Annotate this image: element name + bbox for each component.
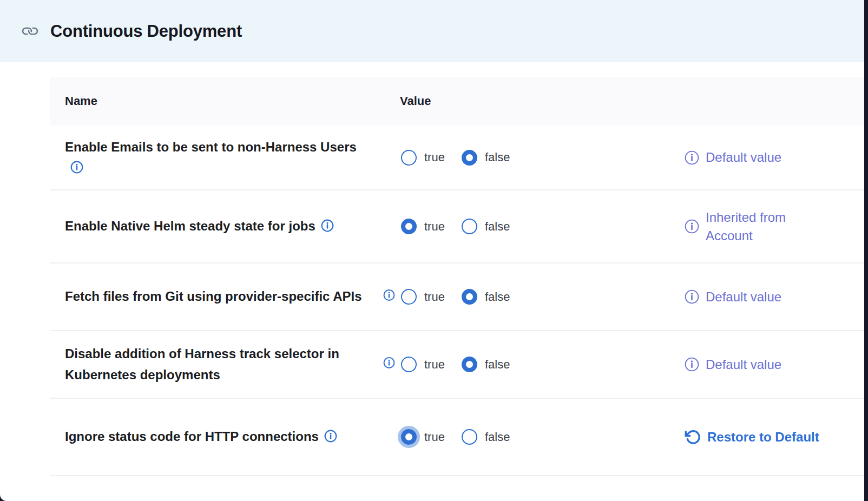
radio-true[interactable] xyxy=(401,150,417,166)
table-row: Ignore status code for HTTP connections … xyxy=(50,399,864,476)
status-label: Default value xyxy=(706,355,781,374)
settings-table: Name Value Enable Emails to be sent to n… xyxy=(50,77,864,476)
radio-false[interactable] xyxy=(462,219,477,234)
radio-false[interactable] xyxy=(462,357,477,372)
radio-label-true: true xyxy=(424,430,445,444)
radio-label-true: true xyxy=(424,358,445,372)
radio-true[interactable] xyxy=(401,219,417,234)
setting-value-cell: true false xyxy=(382,429,685,445)
setting-name-cell: Disable addition of Harness track select… xyxy=(65,344,382,385)
setting-value-cell: true false xyxy=(382,150,685,166)
radio-option-false[interactable]: false xyxy=(462,429,510,445)
setting-name-cell: Enable Native Helm steady state for jobs xyxy=(65,216,382,236)
restore-icon[interactable] xyxy=(685,429,701,445)
radio-label-true: true xyxy=(424,220,445,234)
table-header-row: Name Value xyxy=(50,77,864,126)
status-label: Default value xyxy=(706,288,781,306)
column-header-value: Value xyxy=(382,94,685,108)
section-header: Continuous Deployment xyxy=(0,0,864,62)
setting-name-cell: Enable Emails to be sent to non-Harness … xyxy=(65,137,382,179)
radio-label-false: false xyxy=(485,430,510,444)
column-header-name: Name xyxy=(65,94,382,108)
setting-name-cell: Ignore status code for HTTP connections xyxy=(65,426,382,447)
radio-true[interactable] xyxy=(401,429,417,445)
info-icon[interactable] xyxy=(383,357,395,368)
status-label[interactable]: Restore to Default xyxy=(707,428,819,446)
radio-false[interactable] xyxy=(462,150,477,166)
radio-option-true[interactable]: true xyxy=(401,219,445,234)
table-body: Enable Emails to be sent to non-Harness … xyxy=(50,126,864,476)
radio-false[interactable] xyxy=(462,289,477,305)
link-icon[interactable] xyxy=(19,21,40,41)
setting-name: Enable Native Helm steady state for jobs xyxy=(65,219,315,233)
setting-name-cell: Fetch files from Git using provider-spec… xyxy=(65,286,382,307)
setting-value-cell: true false xyxy=(382,357,685,372)
setting-name: Enable Emails to be sent to non-Harness … xyxy=(65,140,357,154)
radio-label-false: false xyxy=(485,150,510,164)
radio-label-false: false xyxy=(485,358,510,372)
info-icon[interactable] xyxy=(324,430,337,443)
status-info-icon xyxy=(685,150,699,165)
setting-status-cell: Restore to Default xyxy=(685,428,864,446)
radio-option-true[interactable]: true xyxy=(401,150,445,166)
setting-status-cell: Default value xyxy=(685,148,864,167)
radio-label-false: false xyxy=(485,220,510,234)
radio-option-true[interactable]: true xyxy=(401,429,445,445)
radio-label-true: true xyxy=(424,290,445,304)
table-row: Enable Native Helm steady state for jobs… xyxy=(50,190,864,263)
radio-option-true[interactable]: true xyxy=(401,289,445,305)
table-row: Disable addition of Harness track select… xyxy=(50,331,864,399)
radio-option-false[interactable]: false xyxy=(462,219,510,234)
setting-status-cell: Inherited from Account xyxy=(685,208,864,245)
setting-name: Disable addition of Harness track select… xyxy=(65,346,339,381)
info-icon[interactable] xyxy=(321,219,334,232)
status-info-icon xyxy=(685,219,699,234)
info-icon[interactable] xyxy=(383,289,395,301)
radio-option-true[interactable]: true xyxy=(401,357,445,372)
radio-option-false[interactable]: false xyxy=(462,289,510,305)
radio-option-false[interactable]: false xyxy=(462,150,510,166)
radio-label-false: false xyxy=(485,290,510,304)
setting-value-cell: true false xyxy=(382,289,685,305)
setting-name: Fetch files from Git using provider-spec… xyxy=(65,289,362,304)
settings-panel: Continuous Deployment Name Value Enable … xyxy=(0,0,864,501)
radio-option-false[interactable]: false xyxy=(462,357,510,372)
table-row: Fetch files from Git using provider-spec… xyxy=(50,263,864,331)
radio-label-true: true xyxy=(424,150,445,164)
setting-name: Ignore status code for HTTP connections xyxy=(65,429,319,444)
radio-true[interactable] xyxy=(401,289,417,305)
info-icon[interactable] xyxy=(70,161,83,174)
setting-status-cell: Default value xyxy=(685,355,864,374)
page-title: Continuous Deployment xyxy=(50,22,242,41)
radio-false[interactable] xyxy=(462,429,477,445)
status-label: Inherited from Account xyxy=(706,208,819,245)
radio-true[interactable] xyxy=(401,357,417,372)
status-info-icon xyxy=(685,289,699,304)
setting-status-cell: Default value xyxy=(685,288,864,306)
status-label: Default value xyxy=(706,148,781,167)
table-row: Enable Emails to be sent to non-Harness … xyxy=(50,126,864,190)
status-info-icon xyxy=(685,357,699,372)
setting-value-cell: true false xyxy=(382,219,685,234)
